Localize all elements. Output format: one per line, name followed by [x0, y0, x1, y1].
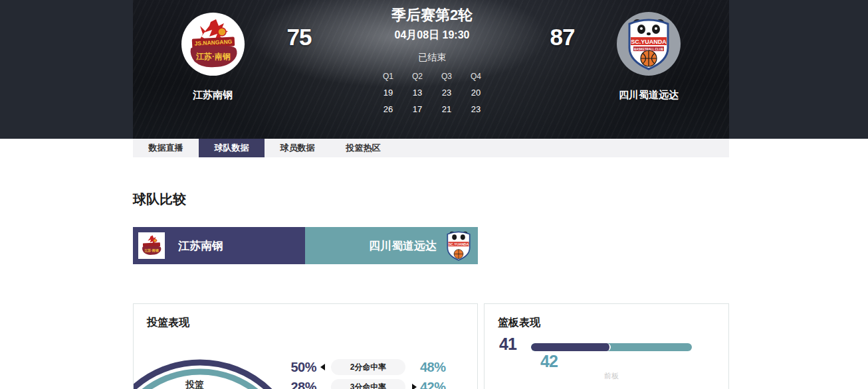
match-status: 已结束 [358, 52, 506, 64]
home-team-name: 江苏南钢 [146, 89, 279, 102]
home-team-mini-logo: 江苏·南钢 [138, 232, 165, 259]
tabbar-wrap: 数据直播 球队数据 球员数据 投篮热区 [0, 139, 868, 157]
home-quarter-score: 20 [464, 88, 488, 98]
tab-team-data[interactable]: 球队数据 [199, 139, 265, 157]
comparison-away-half: 四川蜀道远达 SC.YUANDA [305, 227, 478, 264]
rebound-bar-home-segment [531, 343, 611, 351]
comparison-home-half: 江苏·南钢 江苏南钢 [133, 227, 305, 264]
away-team-logo: SC.YUANDA BASKETBALL CLUB [617, 12, 681, 76]
comparison-home-name: 江苏南钢 [178, 238, 223, 254]
tab-data-live[interactable]: 数据直播 [133, 139, 199, 157]
svg-text:江苏·南钢: 江苏·南钢 [195, 52, 231, 61]
round-title: 季后赛第2轮 [358, 5, 506, 25]
main-content: 球队比较 江苏·南钢 江苏南钢 四川蜀道远达 [0, 191, 868, 389]
match-info: 季后赛第2轮 04月08日 19:30 已结束 Q1 Q2 Q3 Q4 19 1… [358, 5, 506, 114]
away-quarter-score: 26 [376, 104, 400, 114]
svg-text:江苏·南钢: 江苏·南钢 [145, 248, 159, 253]
away-quarter-score: 23 [464, 104, 488, 114]
comparison-away-name: 四川蜀道远达 [369, 238, 437, 254]
stat-label-2pt: 2分命中率 [331, 359, 405, 375]
away-3pt-pct: 42% [420, 380, 453, 389]
quarter-label: Q2 [405, 72, 429, 81]
match-header: JS.NANGANG 江苏·南钢 江苏南钢 75 季后赛第2轮 04月08日 1… [0, 0, 868, 139]
quarter-labels-row: Q1 Q2 Q3 Q4 [376, 72, 488, 81]
away-score: 87 [536, 24, 589, 50]
away-team-name: 四川蜀道远达 [582, 89, 715, 102]
quarter-label: Q4 [464, 72, 488, 81]
svg-text:SC.YUANDA: SC.YUANDA [449, 242, 469, 246]
away-team-mini-logo: SC.YUANDA [446, 230, 471, 261]
team-comparison-bar: 江苏·南钢 江苏南钢 四川蜀道远达 SC.YUANDA [133, 227, 478, 264]
svg-text:SC.YUANDA: SC.YUANDA [631, 39, 667, 45]
tab-player-data[interactable]: 球员数据 [265, 139, 330, 157]
away-2pt-pct: 48% [420, 360, 453, 375]
rebound-performance-card: 篮板表现 41 42 前板 [484, 303, 729, 389]
match-datetime: 04月08日 19:30 [358, 29, 506, 42]
stat-row-3pt: 28% 3分命中率 42% [283, 377, 469, 389]
home-rebounds-value: 41 [499, 335, 516, 354]
quarter-scores-table: Q1 Q2 Q3 Q4 19 13 23 20 26 17 21 23 [376, 72, 488, 114]
away-quarter-scores-row: 26 17 21 23 [376, 104, 488, 114]
stat-row-2pt: 50% 2分命中率 48% [283, 357, 469, 377]
away-leader-arrow-icon [412, 384, 417, 389]
rebound-card-title: 篮板表现 [498, 316, 540, 330]
home-leader-arrow-icon [320, 364, 325, 370]
home-quarter-score: 19 [376, 88, 400, 98]
quarter-label: Q1 [376, 72, 400, 81]
rebound-comparison-bar [531, 343, 692, 351]
gauge-label: 投篮 [185, 379, 204, 389]
tab-shot-zones[interactable]: 投篮热区 [330, 139, 396, 157]
home-team-logo-graphic: JS.NANGANG 江苏·南钢 [185, 17, 241, 72]
section-title: 球队比较 [133, 191, 868, 208]
page: JS.NANGANG 江苏·南钢 江苏南钢 75 季后赛第2轮 04月08日 1… [0, 0, 868, 389]
tabbar: 数据直播 球队数据 球员数据 投篮热区 [133, 139, 729, 157]
away-quarter-score: 21 [435, 104, 459, 114]
shooting-stat-rows: 50% 2分命中率 48% 28% 3分命中率 42% [283, 357, 469, 389]
home-team-mini-logo-graphic: 江苏·南钢 [140, 234, 163, 257]
home-quarter-scores-row: 19 13 23 20 [376, 88, 488, 98]
rebound-sub-label: 前板 [531, 371, 692, 381]
home-score: 75 [272, 24, 326, 50]
quarter-label: Q3 [435, 72, 459, 81]
stats-cards-row: 投篮表现 投篮 50% 2分命中率 48% 28% [133, 303, 868, 389]
home-quarter-score: 23 [435, 88, 459, 98]
home-quarter-score: 13 [405, 88, 429, 98]
stat-label-3pt: 3分命中率 [331, 379, 405, 389]
home-3pt-pct: 28% [283, 380, 316, 389]
home-team-logo: JS.NANGANG 江苏·南钢 [181, 13, 245, 76]
away-team-logo-graphic: SC.YUANDA BASKETBALL CLUB [627, 17, 671, 70]
home-2pt-pct: 50% [283, 360, 316, 375]
away-rebounds-value: 42 [540, 352, 558, 371]
away-quarter-score: 17 [405, 104, 429, 114]
shooting-performance-card: 投篮表现 投篮 50% 2分命中率 48% 28% [133, 303, 478, 389]
